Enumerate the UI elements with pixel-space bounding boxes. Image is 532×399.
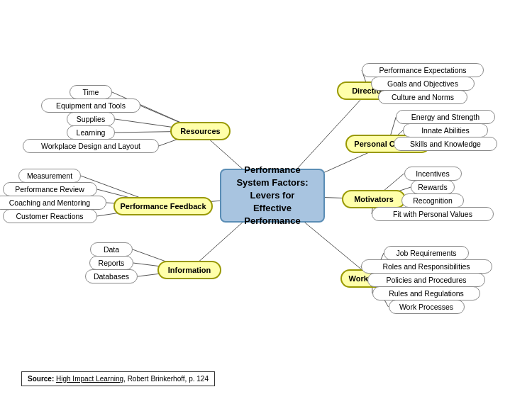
leaf-node: Fit with Personal Values — [372, 207, 494, 221]
leaf-node: Goals and Objectives — [371, 77, 475, 91]
leaf-node: Job Requirements — [384, 246, 469, 260]
center-node: Performance System Factors: Levers for E… — [220, 169, 325, 223]
leaf-node: Culture and Norms — [378, 90, 468, 104]
leaf-node: Innate Abilities — [403, 123, 488, 137]
mid-perfback: Performance Feedback — [113, 197, 213, 215]
perfback-label: Performance Feedback — [120, 202, 206, 210]
leaf-node: Data — [90, 242, 133, 257]
resources-label: Resources — [180, 127, 220, 135]
leaf-node: Policies and Procedures — [367, 273, 485, 287]
leaf-node: Learning — [67, 125, 115, 140]
mid-information: Information — [157, 261, 221, 279]
leaf-node: Performance Review — [3, 182, 97, 196]
leaf-node: Energy and Strength — [396, 110, 495, 124]
leaf-node: Recognition — [401, 193, 464, 208]
leaf-node: Rewards — [411, 180, 455, 194]
leaf-node: Equipment and Tools — [41, 99, 140, 113]
leaf-node: Coaching and Mentoring — [0, 196, 106, 210]
source-box: Source: High Impact Learning, Robert Bri… — [21, 371, 215, 386]
information-label: Information — [168, 266, 211, 274]
leaf-node: Workplace Design and Layout — [23, 139, 159, 153]
leaf-node: Measurement — [18, 169, 81, 183]
leaf-node: Databases — [85, 269, 138, 283]
leaf-node: Supplies — [67, 112, 115, 126]
source-text: Source: High Impact Learning, Robert Bri… — [28, 375, 209, 383]
center-label: Performance System Factors: Levers for E… — [231, 164, 314, 228]
leaf-node: Reports — [89, 256, 133, 270]
leaf-node: Work Processes — [389, 300, 465, 314]
mid-resources: Resources — [170, 122, 231, 140]
leaf-node: Performance Expectations — [362, 63, 484, 77]
motivators-label: Motivators — [354, 195, 394, 203]
leaf-node: Incentives — [404, 167, 462, 181]
mid-motivators: Motivators — [342, 190, 406, 208]
leaf-node: Roles and Responsibilities — [361, 259, 492, 274]
leaf-node: Skills and Knowledge — [394, 137, 497, 151]
leaf-node: Rules and Regulations — [372, 286, 481, 300]
leaf-node: Time — [70, 85, 112, 99]
leaf-node: Customer Reactions — [3, 209, 97, 223]
